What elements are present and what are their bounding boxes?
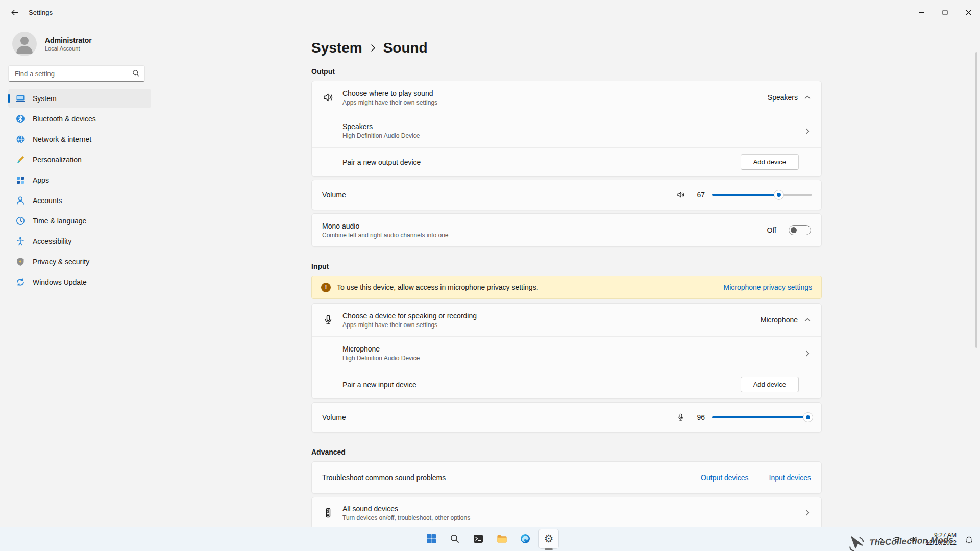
- clock-date: 12/10/2022: [926, 539, 957, 547]
- row-subtitle: Apps might have their own settings: [342, 321, 761, 329]
- output-device-select[interactable]: Speakers: [768, 93, 798, 102]
- minimize-button[interactable]: [910, 0, 933, 24]
- input-device-select[interactable]: Microphone: [761, 316, 798, 324]
- mic-privacy-settings-link[interactable]: Microphone privacy settings: [723, 283, 812, 291]
- output-devices-link[interactable]: Output devices: [701, 473, 748, 482]
- back-button[interactable]: [4, 4, 24, 21]
- volume-label: Volume: [322, 413, 676, 421]
- sidebar-item-accessibility[interactable]: Accessibility: [8, 232, 151, 251]
- console-icon: [473, 533, 484, 544]
- mono-audio-toggle[interactable]: [789, 225, 811, 235]
- input-devices-link[interactable]: Input devices: [769, 473, 812, 482]
- window-controls: [910, 0, 980, 24]
- output-device-card: Choose where to play sound Apps might ha…: [311, 81, 822, 177]
- row-title: Choose a device for speaking or recordin…: [342, 312, 761, 320]
- mono-audio-title: Mono audio: [322, 222, 767, 230]
- sidebar-item-personalization[interactable]: Personalization: [8, 150, 151, 169]
- settings-app-button[interactable]: ⚙: [538, 529, 559, 549]
- minimize-icon: [919, 10, 924, 15]
- device-description: High Definition Audio Device: [342, 132, 804, 139]
- page-title: Sound: [383, 40, 428, 56]
- microphone-icon: [322, 314, 334, 326]
- slider-thumb[interactable]: [803, 413, 813, 422]
- slider-thumb[interactable]: [774, 190, 783, 199]
- apps-icon: [15, 175, 26, 185]
- sidebar-item-label: Network & internet: [33, 135, 91, 143]
- chevron-right-icon: [804, 128, 811, 135]
- windows-logo-icon: [426, 533, 437, 544]
- sidebar-item-time-language[interactable]: Time & language: [8, 211, 151, 231]
- sidebar-item-label: Accessibility: [33, 237, 71, 245]
- sidebar-item-bluetooth-devices[interactable]: Bluetooth & devices: [8, 109, 151, 129]
- add-output-device-button[interactable]: Add device: [741, 154, 799, 170]
- taskbar-search-button[interactable]: [445, 529, 465, 549]
- sidebar-item-privacy-security[interactable]: Privacy & security: [8, 252, 151, 271]
- volume-icon[interactable]: [908, 531, 920, 547]
- chevron-up-icon[interactable]: [804, 94, 811, 101]
- file-explorer-button[interactable]: [492, 529, 512, 549]
- edge-button[interactable]: [515, 529, 535, 549]
- banner-text: To use this device, allow access in micr…: [337, 283, 723, 291]
- tray-chevron-up-icon[interactable]: [875, 531, 887, 547]
- pair-input-label: Pair a new input device: [342, 381, 741, 389]
- notification-bell-icon[interactable]: [963, 531, 975, 547]
- mic-privacy-banner: ! To use this device, allow access in mi…: [311, 276, 822, 299]
- close-button[interactable]: [957, 0, 980, 24]
- taskbar-app-icons: ⚙: [421, 529, 559, 549]
- bluetooth-icon: [15, 114, 26, 124]
- sidebar-item-accounts[interactable]: Accounts: [8, 191, 151, 210]
- microphone-icon: [676, 413, 685, 422]
- breadcrumb-system[interactable]: System: [311, 40, 362, 56]
- accessibility-icon: [15, 236, 26, 246]
- output-chooser-row[interactable]: Choose where to play sound Apps might ha…: [312, 81, 821, 114]
- microphone-device-row[interactable]: Microphone High Definition Audio Device: [312, 336, 821, 370]
- output-volume-slider[interactable]: [712, 190, 812, 200]
- pair-output-label: Pair a new output device: [342, 158, 741, 166]
- clock[interactable]: 9:27 AM 12/10/2022: [924, 531, 959, 548]
- network-icon: [15, 134, 26, 144]
- maximize-button[interactable]: [933, 0, 957, 24]
- troubleshoot-row: Troubleshoot common sound problems Outpu…: [311, 461, 822, 494]
- user-profile[interactable]: Administrator Local Account: [12, 32, 153, 56]
- add-input-device-button[interactable]: Add device: [741, 377, 799, 392]
- edge-icon: [520, 533, 531, 544]
- user-name: Administrator: [45, 36, 92, 44]
- pair-output-row: Pair a new output device Add device: [312, 147, 821, 176]
- row-title: Choose where to play sound: [342, 89, 768, 97]
- user-account-type: Local Account: [45, 45, 92, 52]
- sidebar-item-label: Apps: [33, 176, 49, 184]
- network-icon[interactable]: [891, 531, 903, 547]
- mono-audio-row: Mono audio Combine left and right audio …: [311, 213, 822, 247]
- search-box: [8, 65, 145, 82]
- scrollbar[interactable]: [975, 52, 977, 348]
- input-volume-slider[interactable]: [712, 412, 812, 422]
- search-icon: [132, 69, 140, 79]
- sidebar-item-system[interactable]: System: [8, 89, 151, 108]
- person-icon: [12, 32, 37, 56]
- search-input[interactable]: [8, 65, 145, 82]
- speakers-device-row[interactable]: Speakers High Definition Audio Device: [312, 114, 821, 147]
- warning-icon: !: [321, 283, 331, 292]
- all-sound-devices-row[interactable]: All sound devices Turn devices on/off, t…: [311, 497, 822, 529]
- device-name: Microphone: [342, 345, 804, 353]
- personalization-icon: [15, 155, 26, 165]
- input-chooser-row[interactable]: Choose a device for speaking or recordin…: [312, 304, 821, 336]
- sidebar-item-network-internet[interactable]: Network & internet: [8, 130, 151, 149]
- maximize-icon: [942, 10, 948, 15]
- system-icon: [15, 93, 26, 104]
- sidebar-item-apps[interactable]: Apps: [8, 170, 151, 190]
- device-name: Speakers: [342, 122, 804, 131]
- sidebar-item-label: System: [33, 94, 57, 103]
- input-section-label: Input: [311, 262, 822, 270]
- slider-fill: [712, 416, 808, 418]
- start-button[interactable]: [421, 529, 442, 549]
- window-title: Settings: [29, 9, 53, 16]
- troubleshoot-label: Troubleshoot common sound problems: [322, 473, 680, 482]
- device-description: High Definition Audio Device: [342, 355, 804, 362]
- titlebar: Settings: [0, 0, 980, 24]
- chevron-up-icon[interactable]: [804, 316, 811, 323]
- console-app-button[interactable]: [468, 529, 488, 549]
- settings-window: Settings Administrator Local Account: [0, 0, 980, 551]
- sidebar-item-windows-update[interactable]: Windows Update: [8, 272, 151, 292]
- speaker-icon: [322, 91, 334, 104]
